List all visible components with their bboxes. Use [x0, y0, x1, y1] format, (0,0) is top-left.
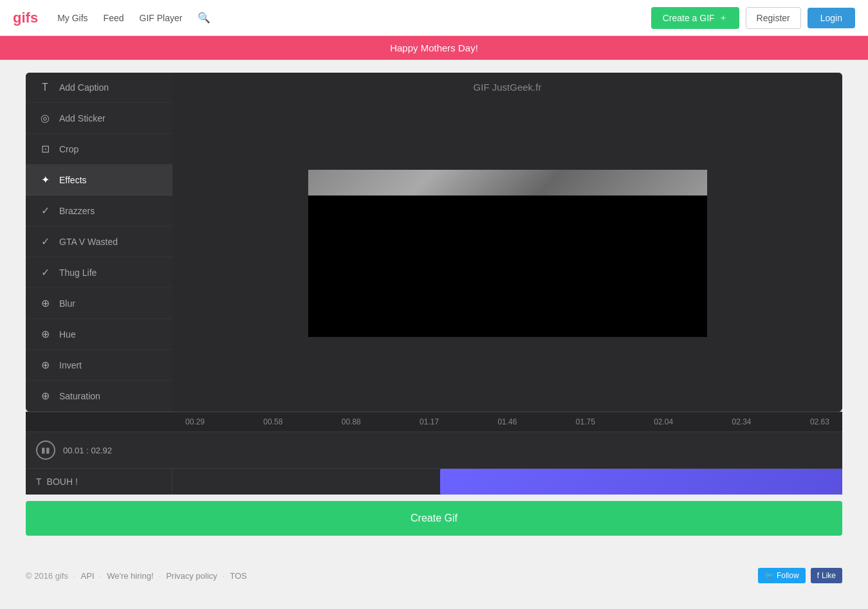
create-gif-main-button[interactable]: Create Gif	[26, 501, 842, 536]
caption-label-area: T BOUH !	[26, 469, 172, 495]
facebook-icon: f	[817, 571, 819, 580]
gif-preview	[172, 102, 842, 412]
footer-left: © 2016 gifs · API · We're hiring! · Priv…	[26, 571, 247, 581]
timeline-ruler: 00.29 00.58 00.88 01.17 01.46 01.75 02.0…	[26, 412, 842, 432]
sidebar-item-thug-life[interactable]: ✓ Thug Life	[26, 257, 172, 288]
sidebar-item-crop[interactable]: ⊡ Crop	[26, 134, 172, 165]
footer-link-hiring[interactable]: We're hiring!	[107, 571, 153, 581]
promotion-banner: Happy Mothers Day!	[0, 36, 868, 60]
timeline-ticks: 00.29 00.58 00.88 01.17 01.46 01.75 02.0…	[179, 417, 836, 426]
separator-3: ·	[159, 571, 162, 581]
footer-link-tos[interactable]: TOS	[230, 571, 247, 581]
preview-area: GIF JustGeek.fr	[172, 73, 842, 412]
sidebar-item-hue[interactable]: ⊕ Hue	[26, 319, 172, 350]
sidebar-label-blur: Blur	[59, 298, 75, 309]
tick-1: 00.58	[263, 417, 282, 426]
header: gifs My Gifs Feed GIF Player 🔍 Create a …	[0, 0, 868, 36]
tick-5: 01.75	[576, 417, 595, 426]
separator-1: ·	[73, 571, 76, 581]
facebook-label: Like	[822, 571, 836, 580]
plus-icon: ＋	[719, 12, 728, 24]
time-total: 02.92	[91, 446, 112, 455]
caption-block[interactable]	[440, 469, 842, 495]
tick-2: 00.88	[342, 417, 361, 426]
nav-my-gifs[interactable]: My Gifs	[57, 13, 88, 23]
main-content: T Add Caption ◎ Add Sticker ⊡ Crop ✦ Eff…	[0, 60, 868, 549]
login-button[interactable]: Login	[808, 8, 855, 28]
create-gif-label: Create a GIF	[663, 13, 715, 23]
tick-6: 02.04	[654, 417, 673, 426]
crop-icon: ⊡	[39, 143, 51, 155]
gif-frame	[308, 170, 707, 337]
timeline-track[interactable]	[120, 439, 832, 462]
banner-text: Happy Mothers Day!	[390, 42, 478, 53]
search-icon[interactable]: 🔍	[198, 12, 210, 24]
sidebar-label-gta: GTA V Wasted	[59, 237, 118, 247]
footer-social: 🐦 Follow f Like	[758, 568, 842, 583]
sidebar-label-add-caption: Add Caption	[59, 82, 109, 93]
sidebar-label-invert: Invert	[59, 360, 82, 370]
register-button[interactable]: Register	[746, 7, 801, 29]
separator-2: ·	[100, 571, 102, 581]
time-display: 00.01 : 02.92	[63, 446, 112, 455]
pause-button[interactable]: ▮▮	[36, 441, 55, 460]
twitter-icon: 🐦	[764, 571, 774, 580]
sidebar-label-saturation: Saturation	[59, 391, 100, 401]
nav-gif-player[interactable]: GIF Player	[140, 13, 183, 23]
sidebar-item-blur[interactable]: ⊕ Blur	[26, 288, 172, 319]
logo[interactable]: gifs	[13, 10, 38, 26]
create-gif-button[interactable]: Create a GIF ＋	[651, 7, 739, 29]
check-icon-thug: ✓	[39, 266, 51, 278]
plus-circle-icon-saturation: ⊕	[39, 390, 51, 402]
sidebar-label-crop: Crop	[59, 144, 78, 154]
footer: © 2016 gifs · API · We're hiring! · Priv…	[0, 549, 868, 603]
footer-link-api[interactable]: API	[81, 571, 95, 581]
sidebar-label-thug: Thug Life	[59, 268, 97, 278]
sidebar-item-saturation[interactable]: ⊕ Saturation	[26, 381, 172, 412]
plus-circle-icon-invert: ⊕	[39, 359, 51, 371]
plus-circle-icon-blur: ⊕	[39, 297, 51, 309]
tick-3: 01.17	[420, 417, 439, 426]
gif-image-strip	[308, 170, 707, 195]
caption-text-icon: T	[36, 477, 42, 487]
playback-bar: ▮▮ 00.01 : 02.92	[26, 432, 842, 468]
plus-circle-icon-hue: ⊕	[39, 328, 51, 340]
tick-0: 00.29	[185, 417, 205, 426]
sidebar: T Add Caption ◎ Add Sticker ⊡ Crop ✦ Eff…	[26, 73, 172, 412]
text-icon: T	[39, 82, 51, 93]
time-current: 00.01	[63, 446, 84, 455]
nav: My Gifs Feed GIF Player 🔍	[57, 12, 651, 24]
caption-track[interactable]	[172, 469, 842, 495]
twitter-label: Follow	[777, 571, 799, 580]
tick-8: 02.63	[810, 417, 829, 426]
copyright: © 2016 gifs	[26, 571, 68, 581]
nav-feed[interactable]: Feed	[104, 13, 124, 23]
sidebar-item-invert[interactable]: ⊕ Invert	[26, 350, 172, 381]
effects-icon: ✦	[39, 174, 51, 186]
header-actions: Create a GIF ＋ Register Login	[651, 7, 855, 29]
twitter-follow-button[interactable]: 🐦 Follow	[758, 568, 806, 583]
tick-7: 02.34	[732, 417, 752, 426]
pause-icon: ▮▮	[41, 446, 50, 455]
separator-4: ·	[223, 571, 225, 581]
sidebar-item-add-sticker[interactable]: ◎ Add Sticker	[26, 103, 172, 134]
sticker-icon: ◎	[39, 112, 51, 124]
sidebar-item-add-caption[interactable]: T Add Caption	[26, 73, 172, 103]
sidebar-label-brazzers: Brazzers	[59, 206, 95, 216]
sidebar-label-hue: Hue	[59, 329, 76, 340]
check-icon-gta: ✓	[39, 235, 51, 248]
facebook-like-button[interactable]: f Like	[811, 568, 842, 583]
sidebar-label-add-sticker: Add Sticker	[59, 113, 106, 123]
sidebar-item-effects[interactable]: ✦ Effects	[26, 165, 172, 195]
caption-bar: T BOUH !	[26, 468, 842, 495]
tick-4: 01.46	[497, 417, 517, 426]
footer-link-privacy[interactable]: Privacy policy	[166, 571, 217, 581]
sidebar-label-effects: Effects	[59, 175, 87, 185]
editor-container: T Add Caption ◎ Add Sticker ⊡ Crop ✦ Eff…	[26, 73, 842, 412]
sidebar-item-brazzers[interactable]: ✓ Brazzers	[26, 195, 172, 226]
check-icon-brazzers: ✓	[39, 205, 51, 217]
preview-title: GIF JustGeek.fr	[172, 73, 842, 102]
sidebar-item-gta-v-wasted[interactable]: ✓ GTA V Wasted	[26, 226, 172, 257]
caption-label: BOUH !	[47, 477, 78, 487]
